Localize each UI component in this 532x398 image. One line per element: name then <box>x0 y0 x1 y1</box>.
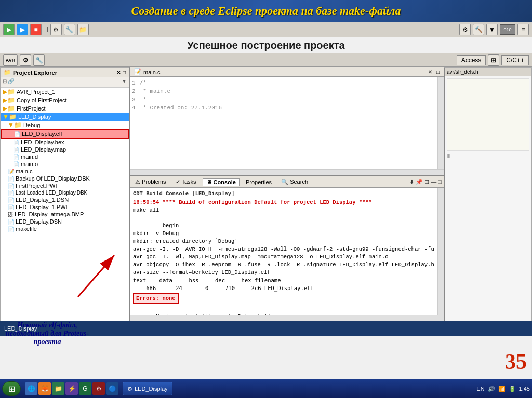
console-open-btn[interactable]: ⊞ <box>424 179 429 185</box>
access-button[interactable]: Access <box>457 55 486 65</box>
console-section: ⚠ Problems ✓ Tasks 🖥 Console Properties … <box>130 176 444 321</box>
file-icon-makefile: 📄 <box>8 226 14 232</box>
tab-properties[interactable]: Properties <box>243 179 275 186</box>
tree-item-avr[interactable]: ▶📁 AVR_Project_1 <box>1 88 129 96</box>
console-toolbar: ⬇ 📌 ⊞ — □ <box>409 179 442 185</box>
ql-icon-4[interactable]: ⚡ <box>65 382 78 395</box>
toolbar-right-btn3[interactable]: ▼ <box>486 24 498 35</box>
debug-button[interactable]: ▶ <box>17 24 28 35</box>
toolbar-right-btn1[interactable]: ⚙ <box>459 24 471 35</box>
tree-item-led[interactable]: ▼📁 LED_Display <box>1 113 129 121</box>
app-icon-3: ⚙ <box>96 385 102 392</box>
file-icon-bmp: 🖼 <box>8 212 13 217</box>
console-errors-box: Errors: none <box>133 292 434 305</box>
collapse-btn[interactable]: ⊟ <box>3 78 7 86</box>
editor-minimize-icon[interactable]: □ <box>436 69 440 75</box>
file-icon-elf: 📄 <box>14 131 20 137</box>
ql-icon-7[interactable]: 🔵 <box>106 382 118 395</box>
tab-problems[interactable]: ⚠ Problems <box>132 178 169 186</box>
tree-item-lastloaded[interactable]: 📄 Last Loaded LED_Display.DBK <box>1 189 129 196</box>
ql-icon-6[interactable]: ⚙ <box>92 382 105 395</box>
tree-label-pwi1: LED_Display_1.PWI <box>16 204 68 210</box>
project-explorer-label: Project Explorer <box>13 70 57 76</box>
tree-item-bmp[interactable]: 🖼 LED_Display_atmega.BMP <box>1 211 129 218</box>
sec-btn-1[interactable]: ⚙ <box>20 54 31 66</box>
editor-body: 1/* 2 * main.c 3 * 4 * Created on: 27.1.… <box>130 77 444 169</box>
tree-item-dsn[interactable]: 📄 LED_Display.DSN <box>1 218 129 225</box>
explorer-icon: 📁 <box>55 385 62 392</box>
ql-icon-1[interactable]: 🌐 <box>25 382 37 395</box>
file-icon-fpwi: 📄 <box>8 183 14 189</box>
toolbar-btn-3[interactable]: 📁 <box>77 24 89 35</box>
tab-console[interactable]: 🖥 Console <box>203 178 240 186</box>
tree-item-pwi1[interactable]: 📄 LED_Display_1.PWI <box>1 203 129 211</box>
editor-scrollbar-h[interactable] <box>130 169 444 175</box>
tree-item-fpwi[interactable]: 📄 FirstProject.PWI <box>1 182 129 189</box>
console-clear-btn[interactable]: ⬇ <box>409 179 414 185</box>
tree-item-backup[interactable]: 📄 Backup Of LED_Display.DBK <box>1 175 129 182</box>
tree-item-mainc[interactable]: 📝 main.c <box>1 168 129 175</box>
lang-indicator: EN <box>476 386 484 392</box>
tree-label-fpwi: FirstProject.PWI <box>16 183 57 189</box>
editor-scrollbar-v[interactable] <box>437 77 444 169</box>
editor-close-icon[interactable]: ✕ <box>428 69 432 75</box>
tree-item-first[interactable]: ▶📁 FirstProject <box>1 104 129 113</box>
tree-label-lastloaded: Last Loaded LED_Display.DBK <box>16 190 87 196</box>
network-icon: 📶 <box>498 386 506 392</box>
menu-btn[interactable]: ▼ <box>122 78 127 86</box>
console-min-btn[interactable]: — <box>431 179 436 185</box>
tab-tasks[interactable]: ✓ Tasks <box>172 178 200 186</box>
folder-icon-copy: ▶📁 <box>3 97 15 104</box>
file-icon-lastloaded: 📄 <box>8 190 14 196</box>
tree-item-elf[interactable]: 📄 LED_Display.elf <box>1 129 129 139</box>
icon-btn-1[interactable]: ⊞ <box>488 54 499 66</box>
stop-button[interactable]: ■ <box>30 24 42 35</box>
tree-item-copy[interactable]: ▶📁 Copy of FirstProject <box>1 96 129 104</box>
file-icon-dsn1: 📄 <box>8 197 14 203</box>
folder-icon-debug: ▼📁 <box>8 121 22 129</box>
tree-label-maind: main.d <box>21 154 38 160</box>
tree-item-map[interactable]: 📄 LED_Display.map <box>1 146 129 153</box>
ql-icon-3[interactable]: 📁 <box>52 382 64 395</box>
console-max-btn[interactable]: □ <box>438 179 442 185</box>
console-line-avrgcc2: avr-gcc -I. -Wl,-Map,LED_Display.map -mm… <box>133 253 434 261</box>
console-scrollbar-h[interactable] <box>130 315 444 321</box>
editor-section: 📝 main.c ✕ □ 1/* 2 * main.c 3 * 4 * Crea… <box>130 67 444 176</box>
close-icon[interactable]: ✕ <box>116 70 121 75</box>
subtitle-text: Успешное построение проекта <box>187 39 344 51</box>
project-explorer-icon: 📁 <box>4 69 11 76</box>
tab-search[interactable]: 🔍 Search <box>278 178 311 186</box>
editor-tab-label[interactable]: main.c <box>143 69 160 75</box>
toolbar-right-btn2[interactable]: 🔨 <box>473 24 484 35</box>
taskbar-active-item[interactable]: ⚙ LED_Display <box>123 382 172 395</box>
slide-title-bar: Создание в среде Eclipse проекта на базе… <box>0 0 532 22</box>
ql-icon-2[interactable]: 🦊 <box>38 382 51 395</box>
right-panel-content: ||| <box>445 76 531 160</box>
toolbar-btn-2[interactable]: 🔧 <box>64 24 75 35</box>
console-scrollbar-v[interactable] <box>437 188 444 315</box>
avr-sfr-label: avr/sfr_defs.h <box>447 69 478 75</box>
editor-content[interactable]: 1/* 2 * main.c 3 * 4 * Created on: 27.1.… <box>130 77 437 169</box>
link-btn[interactable]: 🔗 <box>8 78 14 86</box>
subtitle-banner: Успешное построение проекта <box>0 37 532 53</box>
run-button[interactable]: ▶ <box>3 24 15 35</box>
tree-item-debug[interactable]: ▼📁 Debug <box>1 121 129 129</box>
tree-item-makefile[interactable]: 📄 makefile <box>1 225 129 232</box>
cpp-button[interactable]: C/C++ <box>501 55 529 65</box>
sec-btn-2[interactable]: 🔧 <box>33 54 45 66</box>
tree-label-backup: Backup Of LED_Display.DBK <box>16 175 90 182</box>
tree-item-maino[interactable]: 📄 main.o <box>1 160 129 168</box>
project-explorer-tab[interactable]: 📁 Project Explorer ✕ □ <box>1 68 129 77</box>
minimize-icon[interactable]: □ <box>123 70 126 75</box>
tree-item-hex[interactable]: 📄 LED_Display.hex <box>1 139 129 146</box>
tree-item-dsn1[interactable]: 📄 LED_Display_1.DSN <box>1 196 129 203</box>
start-button[interactable]: ⊞ <box>2 381 21 396</box>
toolbar-right-btn4[interactable]: ≡ <box>517 24 529 35</box>
toolbar-btn-1[interactable]: ⚙ <box>50 24 62 35</box>
console-line-values: 686 24 0 710 2c6 LED_Display.elf <box>133 284 434 292</box>
console-pin-btn[interactable]: 📌 <box>416 179 423 185</box>
file-icon-mainc: 📝 <box>8 169 14 174</box>
ql-icon-5[interactable]: G <box>79 382 91 395</box>
code-line-2: 2 * main.c <box>132 87 435 95</box>
tree-item-maind[interactable]: 📄 main.d <box>1 153 129 160</box>
